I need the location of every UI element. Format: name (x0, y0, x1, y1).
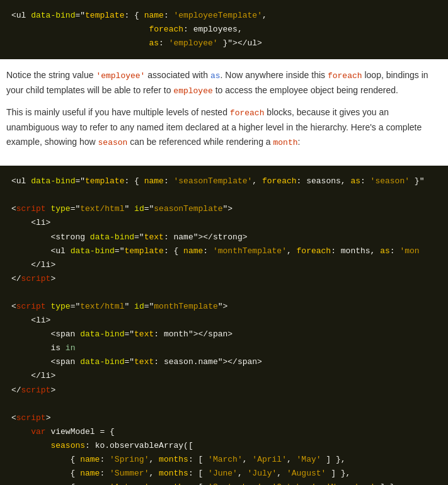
inline-code-foreach: foreach (328, 71, 362, 81)
inline-code-month: month (273, 138, 298, 147)
prose-paragraph-2: This is mainly useful if you have multip… (6, 105, 442, 149)
code-block-1: <ul data-bind="template: { name: 'employ… (0, 0, 448, 59)
page-wrapper: <ul data-bind="template: { name: 'employ… (0, 0, 448, 485)
prose-paragraph-1: Notice the string value 'employee' assoc… (6, 68, 442, 98)
code-block-2: <ul data-bind="template: { name: 'season… (0, 166, 448, 485)
inline-code-employee: 'employee' (96, 71, 145, 81)
inline-code-as: as (210, 71, 221, 81)
inline-code-season: season (98, 138, 128, 147)
inline-code-employee2: employee (173, 86, 212, 96)
prose-1: Notice the string value 'employee' assoc… (0, 59, 448, 166)
inline-code-foreach2: foreach (230, 108, 265, 118)
